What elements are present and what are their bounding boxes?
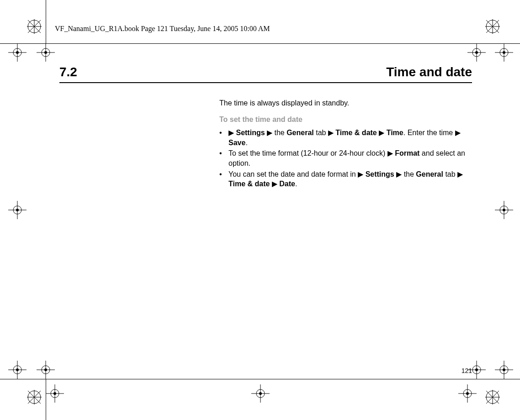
- arrow-icon: ▶: [396, 170, 402, 178]
- crosshair-icon: [46, 384, 64, 403]
- body-column: The time is always displayed in standby.…: [219, 98, 472, 190]
- bullet-item: ▶ Settings ▶ the General tab ▶ Time & da…: [219, 128, 472, 147]
- text: tab: [443, 170, 457, 178]
- arrow-icon: ▶: [358, 170, 363, 178]
- crosshair-icon: [37, 361, 55, 379]
- book-header: VF_Nanami_UG_R1A.book Page 121 Tuesday, …: [55, 25, 270, 33]
- text: .: [245, 139, 247, 147]
- menu-settings: Settings: [366, 170, 394, 178]
- section-title: Time and date: [386, 65, 472, 79]
- text: To set the time format (12-hour or 24-ho…: [228, 149, 387, 157]
- intro-text: The time is always displayed in standby.: [219, 98, 472, 108]
- registration-mark-top-right: [483, 17, 502, 36]
- registration-mark-top-left: [25, 17, 43, 36]
- bullet-item: You can set the date and date format in …: [219, 169, 472, 189]
- crop-line-left-upper: [46, 0, 46, 43]
- menu-timedate: Time & date: [335, 129, 377, 136]
- menu-general: General: [287, 129, 314, 136]
- text: tab: [314, 129, 328, 136]
- text: .: [295, 180, 297, 188]
- registration-mark-bottom-right: [483, 388, 502, 406]
- subheading: To set the time and date: [219, 115, 472, 125]
- section-heading: 7.2 Time and date: [59, 65, 472, 83]
- text: the: [402, 170, 416, 178]
- crosshair-icon: [37, 43, 55, 62]
- menu-format: Format: [395, 149, 419, 157]
- arrow-icon: ▶: [457, 170, 463, 178]
- menu-timedate: Time & date: [228, 180, 270, 188]
- crosshair-icon: [495, 361, 513, 379]
- menu-date: Date: [279, 180, 295, 188]
- crop-line-top: [0, 43, 520, 44]
- crosshair-icon: [458, 384, 477, 403]
- text: . Enter the time: [403, 129, 455, 136]
- arrow-icon: ▶: [379, 129, 384, 136]
- crosshair-icon: [467, 43, 486, 62]
- crosshair-icon: [8, 201, 27, 219]
- text: the: [272, 129, 287, 136]
- section-number: 7.2: [59, 65, 77, 79]
- crosshair-icon: [251, 384, 270, 403]
- crosshair-icon: [8, 361, 27, 379]
- arrow-icon: ▶: [272, 180, 277, 188]
- menu-time: Time: [387, 129, 403, 136]
- text: You can set the date and date format in: [228, 170, 358, 178]
- crosshair-icon: [495, 43, 513, 62]
- arrow-icon: ▶: [455, 129, 461, 136]
- crosshair-icon: [8, 43, 27, 62]
- bullet-item: To set the time format (12-hour or 24-ho…: [219, 148, 472, 168]
- menu-general: General: [416, 170, 443, 178]
- registration-mark-bottom-left: [25, 388, 43, 406]
- menu-settings: Settings: [236, 129, 265, 136]
- arrow-icon: ▶: [228, 129, 234, 136]
- menu-save: Save: [228, 139, 245, 147]
- arrow-icon: ▶: [387, 149, 393, 157]
- arrow-icon: ▶: [328, 129, 334, 136]
- page-number: 121: [462, 367, 472, 374]
- crosshair-icon: [495, 201, 513, 219]
- crop-line-bottom: [0, 379, 520, 379]
- arrow-icon: ▶: [267, 129, 272, 136]
- bullet-list: ▶ Settings ▶ the General tab ▶ Time & da…: [219, 128, 472, 189]
